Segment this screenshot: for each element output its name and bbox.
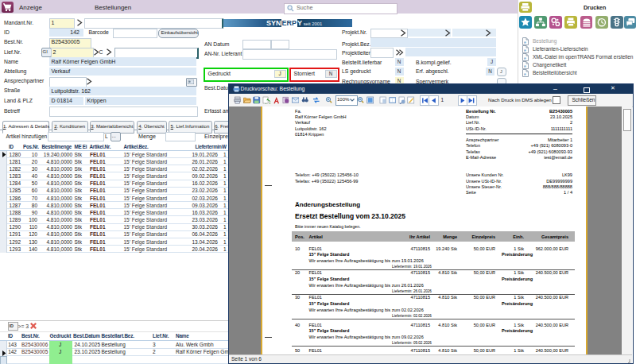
- svg-text:e: e: [524, 40, 526, 45]
- svg-text:e: e: [524, 72, 526, 76]
- svg-text:e: e: [524, 56, 526, 60]
- svg-text:e: e: [524, 64, 526, 68]
- svg-text:e: e: [524, 48, 526, 52]
